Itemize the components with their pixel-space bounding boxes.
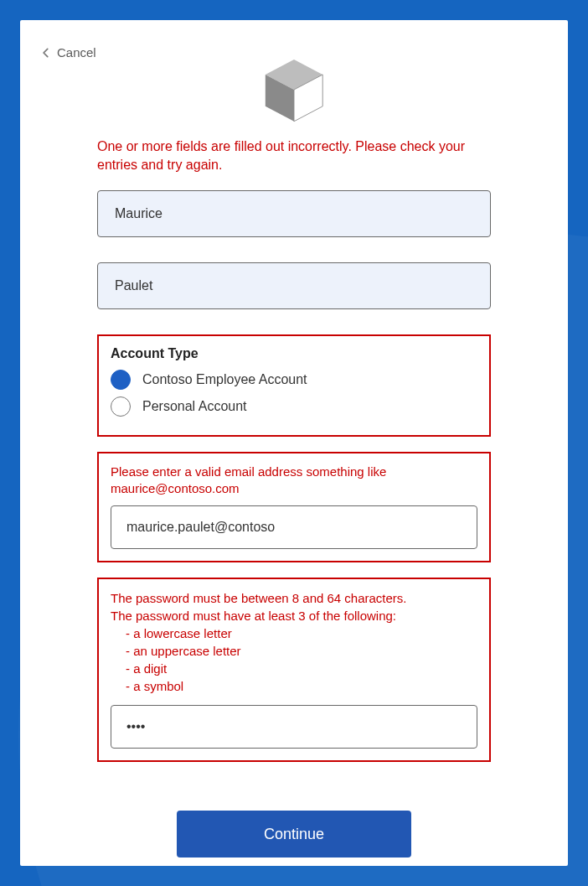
password-requirements: The password must be between 8 and 64 ch… bbox=[111, 589, 477, 695]
form-error-summary: One or more fields are filled out incorr… bbox=[97, 137, 491, 175]
password-field[interactable] bbox=[111, 705, 477, 749]
account-type-label: Account Type bbox=[111, 346, 477, 361]
password-req-item: - an uppercase letter bbox=[111, 642, 477, 660]
signup-card: Cancel One or more fields are filled out… bbox=[20, 20, 568, 866]
account-type-section: Account Type Contoso Employee Account Pe… bbox=[97, 334, 491, 437]
password-req-intro: The password must have at least 3 of the… bbox=[111, 607, 477, 624]
app-logo bbox=[256, 52, 332, 127]
radio-personal-label: Personal Account bbox=[142, 399, 247, 414]
password-req-length: The password must be between 8 and 64 ch… bbox=[111, 589, 477, 607]
password-req-item: - a digit bbox=[111, 660, 477, 677]
cancel-button[interactable]: Cancel bbox=[40, 45, 96, 60]
email-error: Please enter a valid email address somet… bbox=[111, 464, 477, 498]
email-section: Please enter a valid email address somet… bbox=[97, 452, 491, 563]
chevron-left-icon bbox=[40, 47, 52, 59]
radio-personal-account[interactable]: Personal Account bbox=[111, 396, 477, 417]
radio-employee-label: Contoso Employee Account bbox=[142, 372, 307, 387]
radio-employee-account[interactable]: Contoso Employee Account bbox=[111, 370, 477, 390]
radio-dot-icon bbox=[111, 396, 131, 417]
first-name-field[interactable] bbox=[97, 190, 491, 237]
continue-button[interactable]: Continue bbox=[177, 811, 411, 858]
radio-dot-icon bbox=[111, 370, 131, 390]
email-field[interactable] bbox=[111, 505, 477, 549]
form-content: One or more fields are filled out incorr… bbox=[97, 132, 491, 858]
password-section: The password must be between 8 and 64 ch… bbox=[97, 578, 491, 762]
cancel-label: Cancel bbox=[57, 45, 96, 60]
last-name-field[interactable] bbox=[97, 262, 491, 309]
password-req-item: - a lowercase letter bbox=[111, 624, 477, 642]
password-req-item: - a symbol bbox=[111, 677, 477, 695]
